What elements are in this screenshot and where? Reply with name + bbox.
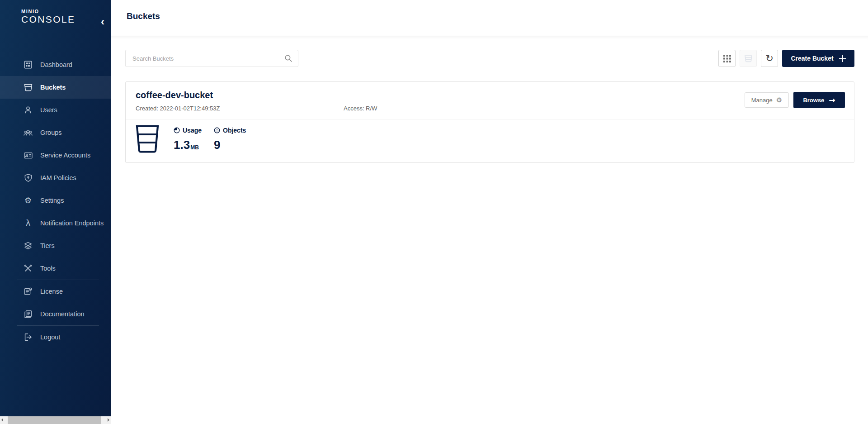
sidebar-item-label: Settings	[40, 197, 64, 204]
list-view-button	[740, 50, 757, 67]
page-title: Buckets	[127, 11, 160, 21]
tools-icon	[24, 264, 33, 272]
sidebar-item-label: IAM Policies	[40, 174, 76, 181]
sidebar-menu: Dashboard Buckets Users	[0, 53, 111, 348]
sidebar-item-documentation[interactable]: Documentation	[0, 303, 111, 325]
bucket-card-actions: Manage ⚙ Browse →	[745, 92, 845, 108]
license-icon	[24, 287, 33, 295]
grid-view-button[interactable]	[718, 50, 736, 67]
lambda-icon: λ	[24, 219, 33, 227]
brand-console: CONSOLE	[21, 14, 75, 25]
logout-icon	[24, 333, 33, 341]
sidebar-item-label: Buckets	[40, 84, 66, 91]
objects-value: 9	[214, 138, 220, 152]
sidebar-item-buckets[interactable]: Buckets	[0, 76, 111, 99]
minio-console-logo: MINIO CONSOLE	[21, 9, 75, 25]
scrollbar-right-arrow-icon[interactable]	[103, 416, 111, 424]
grid-view-icon	[723, 55, 731, 62]
search-input[interactable]	[126, 55, 284, 62]
sidebar-item-groups[interactable]: Groups	[0, 121, 111, 144]
create-bucket-label: Create Bucket	[791, 55, 833, 62]
usage-label: Usage	[183, 127, 202, 134]
objects-metric: Objects 9	[214, 127, 246, 152]
usage-pie-icon	[174, 127, 180, 133]
group-icon	[24, 129, 33, 137]
scrollbar-thumb[interactable]	[8, 416, 101, 424]
sidebar-horizontal-scrollbar[interactable]	[0, 416, 111, 424]
bucket-card: coffee-dev-bucket Created: 2022-01-02T12…	[125, 81, 854, 163]
sidebar-item-label: Dashboard	[40, 61, 72, 68]
sidebar-item-label: License	[40, 288, 63, 295]
create-bucket-button[interactable]: Create Bucket	[782, 50, 854, 67]
bucket-access: Access: R/W	[344, 105, 377, 112]
manage-gear-icon: ⚙	[776, 97, 782, 104]
sidebar-item-label: Users	[40, 106, 57, 114]
bucket-list-icon	[744, 55, 753, 62]
sidebar-item-notification-endpoints[interactable]: λ Notification Endpoints	[0, 212, 111, 234]
bucket-name: coffee-dev-bucket	[136, 90, 213, 100]
gear-icon: ⚙	[24, 196, 33, 205]
sidebar-item-settings[interactable]: ⚙ Settings	[0, 189, 111, 212]
sidebar-item-label: Logout	[40, 333, 60, 341]
bucket-created: Created: 2022-01-02T12:49:53Z	[136, 105, 220, 112]
sidebar-item-label: Tiers	[40, 242, 55, 249]
refresh-button[interactable]: ↻	[761, 50, 778, 67]
sidebar-item-service-accounts[interactable]: Service Accounts	[0, 144, 111, 167]
manage-button[interactable]: Manage ⚙	[745, 92, 789, 108]
sidebar-item-iam-policies[interactable]: IAM Policies	[0, 167, 111, 189]
id-badge-icon	[24, 152, 33, 159]
brand-minio: MINIO	[21, 9, 75, 14]
sidebar-collapse-icon[interactable]: ‹	[101, 16, 104, 27]
sidebar-item-label: Notification Endpoints	[40, 219, 104, 227]
dashboard-icon	[24, 61, 33, 69]
search-icon	[284, 54, 292, 62]
search-box	[125, 50, 298, 67]
sidebar-item-label: Tools	[40, 265, 56, 272]
objects-icon	[214, 127, 220, 133]
browse-button[interactable]: Browse →	[793, 92, 845, 108]
sidebar: MINIO CONSOLE ‹ Dashboard	[0, 0, 111, 416]
layers-icon	[24, 242, 33, 250]
sidebar-item-tools[interactable]: Tools	[0, 257, 111, 280]
usage-value: 1.3	[174, 138, 190, 152]
sidebar-item-dashboard[interactable]: Dashboard	[0, 53, 111, 76]
main-content: ↻ Create Bucket coffee-dev-bucket Create…	[111, 36, 868, 424]
sidebar-item-label: Documentation	[40, 310, 85, 318]
documentation-icon	[24, 310, 33, 318]
plus-icon	[839, 55, 846, 62]
card-divider	[126, 119, 854, 119]
shield-icon	[24, 174, 33, 182]
user-icon	[24, 106, 33, 114]
sidebar-item-tiers[interactable]: Tiers	[0, 234, 111, 257]
usage-unit: MB	[190, 144, 199, 151]
manage-label: Manage	[751, 97, 773, 104]
sidebar-item-users[interactable]: Users	[0, 99, 111, 121]
sidebar-item-label: Groups	[40, 129, 62, 136]
buckets-toolbar: ↻ Create Bucket	[718, 50, 854, 67]
browse-label: Browse	[803, 97, 824, 104]
refresh-icon: ↻	[765, 54, 774, 63]
sidebar-item-label: Service Accounts	[40, 152, 90, 159]
bucket-icon	[24, 84, 33, 91]
usage-metric: Usage 1.3 MB	[174, 127, 202, 152]
page-header: Buckets	[111, 0, 868, 35]
bucket-large-icon	[135, 124, 160, 153]
scrollbar-left-arrow-icon[interactable]	[0, 416, 8, 424]
objects-label: Objects	[223, 127, 246, 134]
sidebar-item-license[interactable]: License	[0, 280, 111, 303]
arrow-right-icon: →	[829, 96, 835, 104]
sidebar-item-logout[interactable]: Logout	[0, 326, 111, 348]
